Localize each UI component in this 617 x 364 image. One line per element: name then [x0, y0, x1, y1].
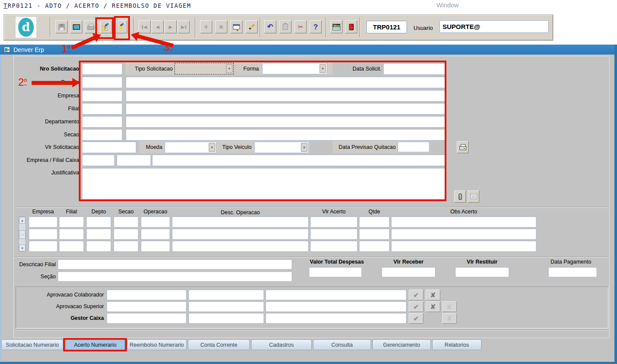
scrollbar-thumb[interactable]: [19, 230, 26, 239]
edit-record-button[interactable]: [230, 20, 242, 33]
cell-secao[interactable]: [113, 229, 139, 240]
secao-code-input[interactable]: [82, 129, 123, 141]
image-button[interactable]: [468, 190, 479, 203]
aprovacao-colaborador-obs-input[interactable]: [265, 290, 407, 300]
cell-desc-operacao[interactable]: [172, 229, 309, 240]
cell-qtde[interactable]: [359, 229, 390, 240]
exit-button[interactable]: [345, 20, 357, 33]
reject-superior-button[interactable]: ✘: [426, 301, 440, 312]
cut-record-button[interactable]: ✂: [294, 20, 307, 33]
cancel-gestor-button[interactable]: ✘: [442, 313, 457, 324]
secao-desc-input[interactable]: [126, 129, 446, 141]
filial-caixa-input[interactable]: [116, 155, 151, 166]
user-input[interactable]: [439, 20, 549, 33]
cell-operacao[interactable]: [141, 216, 170, 228]
menu-window[interactable]: Window: [436, 2, 459, 9]
cell-vlr-acerto[interactable]: [310, 229, 358, 240]
edit-field-button[interactable]: [246, 20, 258, 33]
tab-reembolso-numerario[interactable]: Reembolso Numerario: [127, 339, 187, 350]
cell-depto[interactable]: [86, 229, 111, 240]
approve-superior-button[interactable]: ✔: [409, 301, 423, 312]
cell-depto[interactable]: [86, 216, 111, 228]
mdi-titlebar[interactable]: Denver Erp: [0, 45, 614, 55]
delete-record-button[interactable]: ✖: [215, 20, 227, 33]
cell-obs-acerto[interactable]: [391, 229, 536, 240]
aprovacao-superior-obs-input[interactable]: [265, 301, 407, 312]
tab-cadastros[interactable]: Cadastros: [251, 339, 312, 350]
scroll-down-button[interactable]: ▼: [19, 245, 26, 251]
cell-obs-acerto[interactable]: [391, 216, 536, 228]
grid-scrollbar[interactable]: ▲ ▼: [19, 216, 26, 252]
pessoa-desc-input[interactable]: [126, 77, 446, 88]
empresa-caixa-input[interactable]: [82, 155, 115, 166]
cell-obs-acerto[interactable]: [391, 241, 536, 252]
aprovacao-colaborador-date-input[interactable]: [188, 290, 264, 300]
cell-secao[interactable]: [113, 241, 139, 252]
departamento-desc-input[interactable]: [126, 116, 446, 128]
cell-desc-operacao[interactable]: [172, 216, 309, 228]
cell-qtde[interactable]: [359, 216, 390, 228]
execute-query-button[interactable]: [115, 20, 127, 33]
cell-vlr-acerto[interactable]: [310, 216, 358, 228]
data-pagamento-input[interactable]: [548, 267, 597, 277]
cell-operacao[interactable]: [141, 241, 170, 252]
last-record-button[interactable]: ▶: [178, 20, 190, 33]
menu-button[interactable]: Menu: [330, 20, 342, 33]
cell-desc-operacao[interactable]: [172, 241, 309, 252]
cell-filial[interactable]: [59, 229, 84, 240]
print-request-button[interactable]: [457, 141, 468, 153]
tipo-veiculo-select[interactable]: ▼: [254, 142, 309, 153]
help-button[interactable]: ?: [310, 20, 322, 33]
cancel-superior-button[interactable]: ✘: [442, 301, 457, 312]
tab-solicitacao-numerario[interactable]: Solicitacao Numerario: [1, 339, 63, 350]
secao-totais-input[interactable]: [58, 271, 292, 282]
clipboard-button[interactable]: [279, 20, 291, 33]
forma-select[interactable]: ▼: [262, 63, 327, 74]
next-record-button[interactable]: ▶: [165, 20, 177, 33]
enter-query-button[interactable]: ?: [100, 20, 112, 33]
data-previsao-quitacao-input[interactable]: [397, 142, 430, 152]
caixa-desc-input[interactable]: [152, 155, 446, 166]
cell-operacao[interactable]: [141, 229, 170, 240]
cell-empresa[interactable]: [29, 216, 58, 228]
cell-filial[interactable]: [59, 241, 84, 252]
previous-record-button[interactable]: ◀: [152, 20, 164, 33]
pessoa-code-input[interactable]: [82, 77, 123, 88]
vlr-receber-input[interactable]: [381, 267, 436, 277]
filial-code-input[interactable]: [82, 103, 123, 115]
tab-consulta[interactable]: Consulta: [313, 339, 371, 350]
vlr-restituir-input[interactable]: [455, 267, 509, 277]
approve-colaborador-button[interactable]: ✔: [409, 290, 423, 300]
departamento-code-input[interactable]: [82, 116, 123, 128]
gestor-caixa-user-input[interactable]: [107, 313, 187, 324]
screenshot-button[interactable]: [70, 20, 82, 33]
cell-secao[interactable]: [113, 216, 139, 228]
descricao-filial-input[interactable]: [58, 259, 292, 270]
undo-button[interactable]: ↶: [264, 20, 276, 33]
aprovacao-superior-user-input[interactable]: [107, 301, 187, 312]
filial-desc-input[interactable]: [126, 103, 446, 115]
empresa-code-input[interactable]: [82, 90, 123, 102]
tab-conta-corrente[interactable]: Conta Corrente: [188, 339, 250, 350]
gestor-caixa-obs-input[interactable]: [265, 313, 407, 324]
aprovacao-superior-date-input[interactable]: [188, 301, 264, 312]
chevron-down-icon[interactable]: ▼: [301, 143, 307, 152]
scroll-up-button[interactable]: ▲: [19, 217, 26, 224]
reject-colaborador-button[interactable]: ✘: [426, 290, 440, 300]
tab-relatorios[interactable]: Relatorios: [432, 339, 481, 350]
cell-filial[interactable]: [59, 216, 84, 228]
empresa-desc-input[interactable]: [126, 90, 446, 102]
valor-total-despesas-input[interactable]: [309, 267, 362, 277]
cell-depto[interactable]: [86, 241, 111, 252]
approve-gestor-button[interactable]: ✔: [409, 313, 423, 324]
data-solicit-input[interactable]: [383, 63, 446, 75]
tab-acerto-numerario[interactable]: Acerto Numerario: [65, 339, 125, 350]
first-record-button[interactable]: ◀: [139, 20, 151, 33]
cell-empresa[interactable]: [29, 229, 58, 240]
save-button[interactable]: [55, 20, 68, 33]
aprovacao-colaborador-user-input[interactable]: [107, 290, 187, 300]
justificativa-textarea[interactable]: [82, 168, 446, 200]
cell-vlr-acerto[interactable]: [310, 241, 358, 252]
print-button[interactable]: [85, 20, 97, 33]
cell-qtde[interactable]: [359, 241, 390, 252]
